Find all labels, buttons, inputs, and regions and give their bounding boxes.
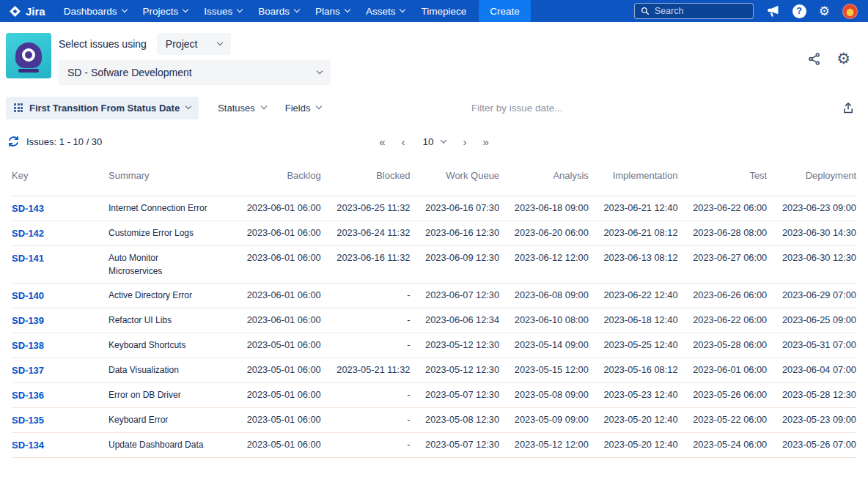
page-size-value: 10	[422, 136, 433, 147]
transition-date-cell: 2023-06-27 06:00	[678, 246, 768, 284]
fields-dropdown[interactable]: Fields	[285, 103, 322, 114]
next-page-button[interactable]: ›	[463, 136, 467, 148]
issue-date-filter[interactable]: Filter by issue date...	[471, 103, 563, 114]
issue-key-link[interactable]: SD-134	[12, 440, 44, 451]
project-select[interactable]: SD - Sofware Development	[59, 60, 331, 85]
transition-date-cell: 2023-06-25 11:32	[321, 196, 411, 221]
fields-label: Fields	[285, 103, 311, 114]
transition-date-cell: 2023-05-26 07:00	[767, 433, 856, 458]
issue-summary: Data Visualization	[108, 358, 232, 383]
transition-date-cell: 2023-06-01 06:00	[232, 246, 321, 284]
last-page-button[interactable]: »	[483, 136, 489, 148]
transition-date-cell: 2023-05-08 09:00	[499, 383, 589, 408]
transition-date-cell: 2023-05-09 09:00	[499, 408, 589, 433]
export-button[interactable]	[842, 101, 855, 115]
create-button[interactable]: Create	[479, 0, 531, 22]
transition-date-cell: -	[321, 408, 411, 433]
chevron-down-icon	[400, 7, 405, 12]
issue-key-link[interactable]: SD-140	[12, 290, 44, 301]
transition-date-cell: 2023-05-12 12:00	[499, 433, 589, 458]
transition-date-cell: 2023-06-08 09:00	[499, 284, 589, 308]
transition-date-cell: 2023-06-16 07:30	[410, 196, 499, 221]
report-toolbar: First Transition From Status Date Status…	[0, 94, 868, 122]
project-value: SD - Sofware Development	[67, 67, 192, 78]
chevron-down-icon	[440, 137, 446, 143]
nav-item-plans[interactable]: Plans	[307, 0, 358, 22]
chevron-down-icon	[217, 40, 223, 45]
jira-logo-icon	[9, 5, 21, 18]
chevron-down-icon	[237, 7, 243, 12]
transition-date-cell: 2023-05-20 12:40	[589, 433, 678, 458]
announcements-button[interactable]	[766, 5, 780, 18]
column-header-summary: Summary	[108, 157, 232, 196]
share-button[interactable]	[807, 52, 821, 66]
issue-key-link[interactable]: SD-143	[12, 203, 44, 214]
transition-date-cell: 2023-06-18 09:00	[499, 196, 589, 221]
transition-date-cell: 2023-05-31 07:00	[767, 333, 856, 358]
transition-date-cell: 2023-05-21 11:32	[321, 358, 411, 383]
transition-date-cell: 2023-06-04 07:00	[767, 358, 856, 383]
transition-date-cell: 2023-06-10 08:00	[499, 308, 589, 333]
transition-date-cell: 2023-06-30 12:30	[767, 246, 856, 284]
issue-key-link[interactable]: SD-136	[12, 390, 44, 401]
transition-date-cell: -	[321, 333, 411, 358]
column-mode-dropdown[interactable]: First Transition From Status Date	[6, 97, 199, 119]
search-icon	[641, 7, 650, 15]
user-avatar[interactable]	[842, 4, 858, 19]
transition-date-cell: 2023-05-15 12:00	[499, 358, 589, 383]
issue-key-cell: SD-143	[12, 196, 108, 221]
transition-date-cell: 2023-06-21 08:12	[589, 221, 678, 246]
nav-item-assets[interactable]: Assets	[358, 0, 413, 22]
gadget-header: Select issues using Project SD - Sofware…	[0, 22, 868, 94]
statuses-dropdown[interactable]: Statuses	[218, 103, 266, 114]
issue-key-link[interactable]: SD-141	[12, 253, 44, 264]
nav-item-label: Boards	[258, 6, 290, 17]
top-navigation-bar: Jira DashboardsProjectsIssuesBoardsPlans…	[0, 0, 868, 22]
help-button[interactable]: ?	[792, 4, 806, 18]
nav-item-label: Dashboards	[64, 6, 117, 17]
issue-source-select[interactable]: Project	[157, 33, 232, 55]
nav-search[interactable]	[634, 3, 754, 19]
table-row: SD-141Auto Monitor Microservices2023-06-…	[12, 246, 856, 284]
issue-key-link[interactable]: SD-142	[12, 228, 44, 239]
nav-item-boards[interactable]: Boards	[250, 0, 307, 22]
issue-summary: Internet Connection Error	[108, 196, 232, 221]
issue-key-cell: SD-139	[12, 308, 108, 333]
share-icon	[807, 52, 821, 66]
transition-date-cell: 2023-05-26 06:00	[678, 383, 768, 408]
column-header-test: Test	[678, 157, 768, 196]
transition-date-cell: -	[321, 308, 411, 333]
settings-button[interactable]: ⚙	[819, 5, 830, 18]
gadget-actions: ⚙	[807, 33, 856, 85]
transition-date-cell: 2023-06-23 09:00	[767, 196, 856, 221]
issue-key-cell: SD-135	[12, 408, 108, 433]
issue-key-link[interactable]: SD-135	[12, 415, 44, 426]
prev-page-button[interactable]: ‹	[401, 136, 405, 148]
issue-source-value: Project	[166, 38, 198, 50]
transition-date-cell: 2023-05-12 12:30	[410, 358, 499, 383]
issue-key-link[interactable]: SD-139	[12, 315, 44, 326]
search-input[interactable]	[655, 6, 739, 16]
column-header-implementation: Implementation	[589, 157, 678, 196]
transition-date-cell: 2023-05-28 12:30	[767, 383, 856, 408]
transition-date-cell: 2023-05-14 09:00	[499, 333, 589, 358]
first-page-button[interactable]: «	[379, 136, 385, 148]
megaphone-icon	[766, 5, 780, 18]
issue-summary: Error on DB Driver	[108, 383, 232, 408]
transition-date-cell: 2023-05-01 06:00	[232, 408, 321, 433]
issue-key-link[interactable]: SD-137	[12, 365, 44, 376]
nav-item-dashboards[interactable]: Dashboards	[56, 0, 135, 22]
gadget-settings-button[interactable]: ⚙	[836, 51, 850, 67]
nav-item-issues[interactable]: Issues	[196, 0, 250, 22]
nav-item-timepiece[interactable]: Timepiece	[413, 0, 474, 22]
column-header-key: Key	[12, 157, 108, 196]
page-size-select[interactable]: 10	[422, 136, 445, 147]
issue-key-link[interactable]: SD-138	[12, 340, 44, 351]
nav-item-projects[interactable]: Projects	[135, 0, 196, 22]
brand-name: Jira	[26, 5, 45, 18]
pagination-bar: Issues: 1 - 10 / 30 « ‹ 10 › »	[0, 129, 868, 154]
transition-date-cell: 2023-06-22 06:00	[678, 308, 768, 333]
transition-date-cell: -	[321, 383, 411, 408]
transition-date-cell: 2023-06-30 14:30	[767, 221, 856, 246]
jira-home-link[interactable]: Jira	[9, 5, 45, 18]
